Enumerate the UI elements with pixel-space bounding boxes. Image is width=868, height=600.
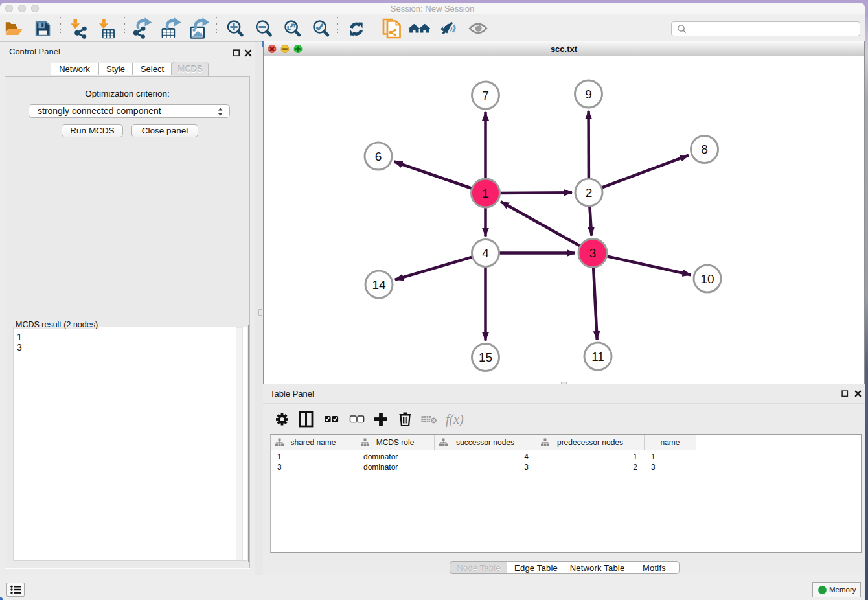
- svg-text:14: 14: [372, 278, 386, 292]
- svg-text:3: 3: [589, 246, 597, 260]
- svg-text:f(x): f(x): [446, 412, 464, 427]
- svg-text:4: 4: [482, 246, 489, 260]
- svg-text:6: 6: [375, 150, 382, 163]
- svg-text:7: 7: [482, 89, 489, 102]
- svg-text:8: 8: [701, 143, 708, 156]
- svg-text:11: 11: [591, 350, 604, 363]
- svg-text:2: 2: [586, 186, 593, 200]
- svg-text:1: 1: [482, 187, 489, 200]
- svg-text:9: 9: [585, 87, 592, 101]
- svg-text:10: 10: [700, 272, 714, 286]
- svg-text:15: 15: [479, 351, 492, 364]
